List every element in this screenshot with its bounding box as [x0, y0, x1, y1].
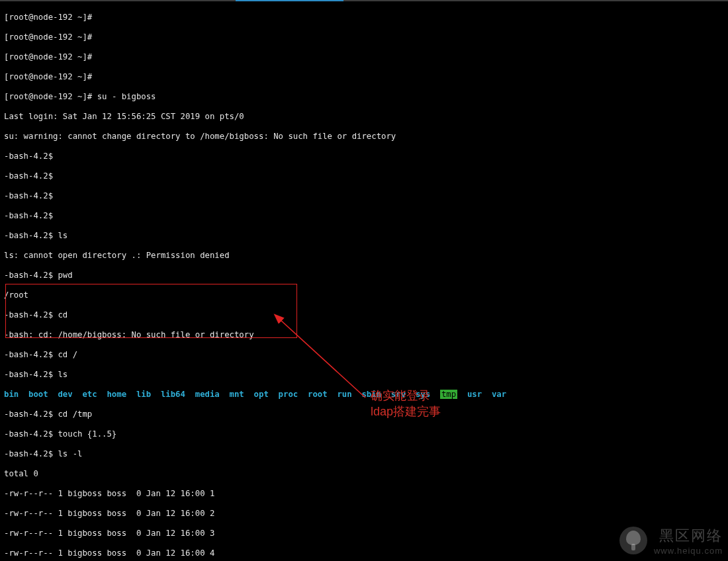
dir-tmp-sticky: tmp: [440, 390, 457, 399]
prompt-root: [root@node-192 ~]#: [4, 52, 97, 62]
ls-root-dirs: bin boot dev etc home lib lib64 media mn…: [4, 390, 724, 400]
prompt-bash: -bash-4.2$: [4, 171, 58, 181]
annotation-text: 确实能登录 ldap搭建完事: [371, 388, 441, 419]
output-line: -bash: cd: /home/bigboss: No such file o…: [4, 330, 724, 340]
prompt-bash: -bash-4.2$: [4, 231, 58, 240]
cmd: pwd: [58, 271, 72, 280]
output-line: su: warning: cannot change directory to …: [4, 132, 724, 142]
cmd: cd: [58, 310, 68, 320]
annotation-line: 确实能登录: [371, 388, 441, 404]
prompt-bash: -bash-4.2$: [4, 410, 58, 419]
file-row: -rw-r--r-- 1 bigboss boss 0 Jan 12 16:00…: [4, 509, 724, 519]
prompt-bash: -bash-4.2$: [4, 350, 58, 359]
output-line: total 0: [4, 469, 724, 479]
cmd: ls: [58, 370, 68, 379]
file-row: -rw-r--r-- 1 bigboss boss 0 Jan 12 16:00…: [4, 489, 724, 499]
cmd: ls -l: [58, 449, 82, 458]
cmd: touch {1..5}: [58, 429, 116, 439]
prompt-bash: -bash-4.2$: [4, 191, 58, 200]
prompt-bash: -bash-4.2$: [4, 370, 58, 379]
dir-list: usr var: [457, 390, 506, 399]
cmd: cd /: [58, 350, 77, 359]
window-tab-strip: [0, 0, 728, 1]
cmd: ls: [58, 231, 68, 240]
prompt-root: [root@node-192 ~]#: [4, 72, 97, 81]
prompt-bash: -bash-4.2$: [4, 449, 58, 458]
terminal-output[interactable]: [root@node-192 ~]# [root@node-192 ~]# [r…: [4, 3, 724, 561]
prompt-root: [root@node-192 ~]#: [4, 32, 97, 42]
output-line: ls: cannot open directory .: Permission …: [4, 251, 724, 261]
terminal-window[interactable]: [root@node-192 ~]# [root@node-192 ~]# [r…: [0, 0, 728, 561]
prompt-root: [root@node-192 ~]#: [4, 92, 97, 101]
prompt-bash: -bash-4.2$: [4, 211, 58, 220]
prompt-bash: -bash-4.2$: [4, 151, 58, 161]
annotation-line: ldap搭建完事: [371, 404, 441, 419]
file-row: -rw-r--r-- 1 bigboss boss 0 Jan 12 16:00…: [4, 529, 724, 539]
cmd: su - bigboss: [97, 92, 156, 101]
output-line: Last login: Sat Jan 12 15:56:25 CST 2019…: [4, 112, 724, 122]
file-row: -rw-r--r-- 1 bigboss boss 0 Jan 12 16:00…: [4, 548, 724, 558]
prompt-bash: -bash-4.2$: [4, 271, 58, 280]
cmd: cd /tmp: [58, 410, 92, 419]
output-line: /root: [4, 290, 724, 300]
prompt-bash: -bash-4.2$: [4, 310, 58, 320]
prompt-root: [root@node-192 ~]#: [4, 13, 97, 22]
prompt-bash: -bash-4.2$: [4, 429, 58, 439]
